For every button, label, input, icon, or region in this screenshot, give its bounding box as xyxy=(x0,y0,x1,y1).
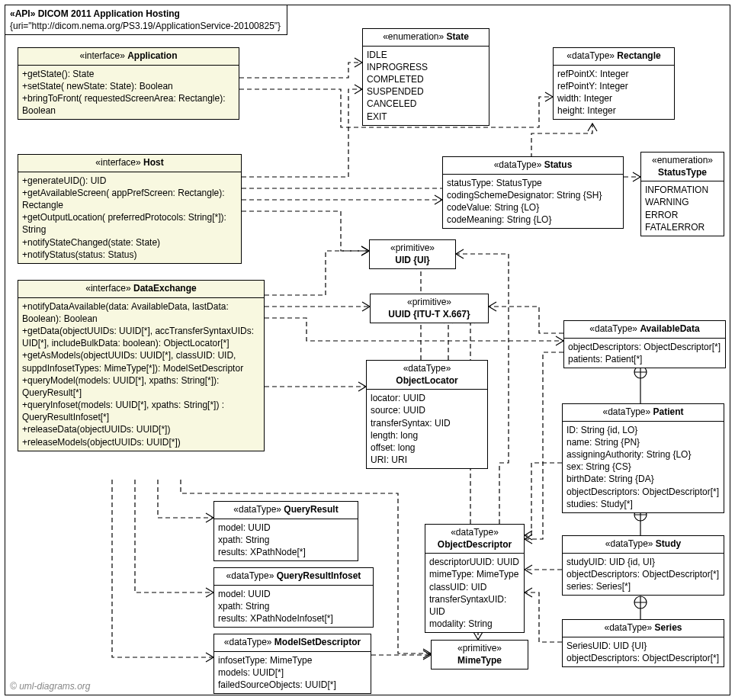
package-frame: «API» DICOM 2011 Application Hosting {ur… xyxy=(5,5,730,695)
stereo: «dataType» xyxy=(602,406,650,417)
frame-title: DICOM 2011 Application Hosting xyxy=(38,8,180,19)
members: descriptorUUID: UUID mimeType: MimeType … xyxy=(425,554,524,632)
name: QueryResult xyxy=(284,504,338,515)
stereo: «primitive» xyxy=(407,297,451,307)
members: model: UUID xpath: String results: XPath… xyxy=(214,519,358,561)
name: ObjectDescriptor xyxy=(438,539,512,550)
members: +getState(): State +setState( newState: … xyxy=(18,66,239,120)
class-uuid: «primitive»UUID {ITU-T X.667} xyxy=(370,294,489,323)
class-rectangle: «dataType» Rectangle refPointX: Integer … xyxy=(553,47,675,120)
name: Application xyxy=(127,50,177,61)
members: ID: String {id, LO} name: String {PN} as… xyxy=(563,422,724,512)
stereo: «primitive» xyxy=(390,242,435,253)
stereo: «enumeration» xyxy=(383,31,444,42)
name: ModelSetDescriptor xyxy=(274,637,361,647)
stereo: «dataType» xyxy=(566,50,615,61)
name: Study xyxy=(656,538,681,549)
class-application: «interface» Application +getState(): Sta… xyxy=(18,47,239,120)
stereo: «dataType» xyxy=(403,363,451,374)
stereo: «enumeration» xyxy=(652,155,713,165)
stereo: «dataType» xyxy=(226,570,274,581)
members: infosetType: MimeType models: UUID[*] fa… xyxy=(214,652,371,694)
name: State xyxy=(447,31,469,42)
name: QueryResultInfoset xyxy=(277,570,361,581)
members: +generateUID(): UID +getAvailableScreen(… xyxy=(18,172,241,263)
name: DataExchange xyxy=(133,283,197,294)
stereo: «dataType» xyxy=(451,527,499,538)
stereo: «dataType» xyxy=(589,323,637,334)
copyright: © uml-diagrams.org xyxy=(10,681,91,692)
stereo: «interface» xyxy=(79,50,124,61)
members: refPointX: Integer refPointY: Integer wi… xyxy=(554,66,674,120)
name: UUID {ITU-T X.667} xyxy=(388,309,470,319)
class-availabledata: «dataType» AvailableData objectDescripto… xyxy=(563,320,726,368)
class-queryresultinfoset: «dataType» QueryResultInfoset model: UUI… xyxy=(213,567,374,628)
members: +notifyDataAvailable(data: AvailableData… xyxy=(18,298,264,451)
class-objectdescriptor: «dataType»ObjectDescriptor descriptorUUI… xyxy=(425,524,525,633)
stereo: «dataType» xyxy=(604,622,652,633)
name: Host xyxy=(143,157,164,168)
class-study: «dataType» Study studyUID: UID {id, UI} … xyxy=(562,535,724,596)
name: MimeType xyxy=(457,655,502,666)
stereo: «primitive» xyxy=(457,643,502,653)
class-series: «dataType» Series SeriesUID: UID {UI} ob… xyxy=(562,619,724,667)
class-objectlocator: «dataType»ObjectLocator locator: UUID so… xyxy=(366,360,488,469)
class-state: «enumeration» State IDLE INPROGRESS COMP… xyxy=(362,28,489,126)
stereo: «dataType» xyxy=(605,538,653,549)
svg-point-2 xyxy=(634,596,647,608)
stereo: «dataType» xyxy=(233,504,281,515)
stereo: «interface» xyxy=(85,283,130,294)
name: Rectangle xyxy=(617,50,660,61)
stereo: «interface» xyxy=(95,157,140,168)
class-uid: «primitive»UID {UI} xyxy=(369,239,456,269)
stereo: «dataType» xyxy=(494,159,542,170)
frame-uri: {uri="http://dicom.nema.org/PS3.19/Appli… xyxy=(10,21,281,31)
name: Status xyxy=(544,159,573,170)
members: SeriesUID: UID {UI} objectDescriptors: O… xyxy=(563,637,724,666)
name: ObjectLocator xyxy=(396,375,457,386)
members: statusType: StatusType codingSchemeDesig… xyxy=(443,175,623,229)
name: AvailableData xyxy=(640,323,699,334)
stereo: «dataType» xyxy=(224,637,272,647)
class-queryresult: «dataType» QueryResult model: UUID xpath… xyxy=(213,501,358,561)
frame-stereo: «API» xyxy=(10,8,35,19)
members: IDLE INPROGRESS COMPLETED SUSPENDED CANC… xyxy=(363,47,489,125)
members: studyUID: UID {id, UI} objectDescriptors… xyxy=(563,554,724,596)
class-status: «dataType» Status statusType: StatusType… xyxy=(442,156,624,229)
class-dataexchange: «interface» DataExchange +notifyDataAvai… xyxy=(18,280,265,451)
class-mimetype: «primitive»MimeType xyxy=(431,640,528,669)
members: model: UUID xpath: String results: XPath… xyxy=(214,586,373,628)
class-host: «interface» Host +generateUID(): UID +ge… xyxy=(18,154,242,264)
class-patient: «dataType» Patient ID: String {id, LO} n… xyxy=(562,403,724,513)
members: INFORMATION WARNING ERROR FATALERROR xyxy=(641,181,724,236)
name: Series xyxy=(655,622,682,633)
class-statustype: «enumeration»StatusType INFORMATION WARN… xyxy=(640,152,724,236)
members: locator: UUID source: UUID transferSynta… xyxy=(367,390,487,468)
name: UID {UI} xyxy=(395,255,429,265)
frame-label: «API» DICOM 2011 Application Hosting {ur… xyxy=(5,5,287,35)
members: objectDescriptors: ObjectDescriptor[*] p… xyxy=(564,339,725,368)
name: StatusType xyxy=(658,167,707,178)
name: Patient xyxy=(653,406,684,417)
class-modelsetdescriptor: «dataType» ModelSetDescriptor infosetTyp… xyxy=(213,634,371,694)
